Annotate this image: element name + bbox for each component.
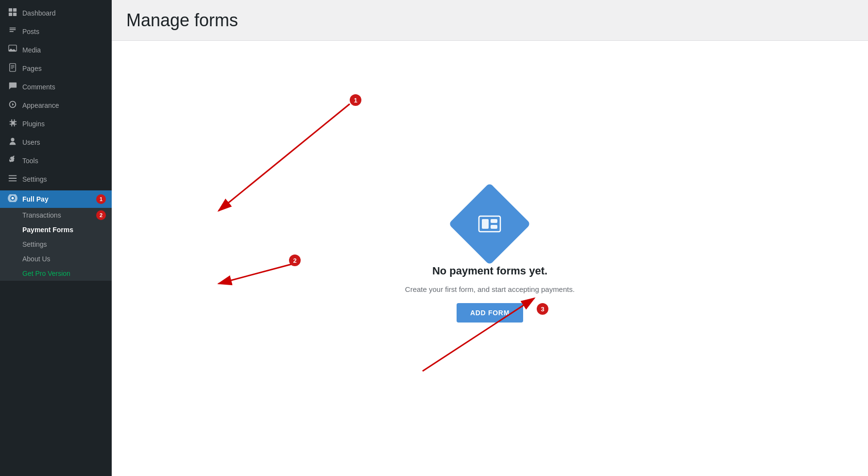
settings-icon (8, 174, 17, 185)
appearance-icon (8, 100, 17, 111)
svg-rect-3 (13, 13, 17, 16)
fullpay-submenu: Transactions 2 Payment Forms Settings Ab… (0, 208, 112, 281)
sidebar-item-fullpay[interactable]: Full Pay 1 (0, 190, 112, 208)
get-pro-label: Get Pro Version (22, 270, 70, 277)
pages-icon (8, 63, 17, 74)
sidebar-item-label: Posts (22, 28, 39, 35)
svg-point-6 (12, 197, 14, 200)
sidebar-item-label: Pages (22, 65, 42, 72)
sidebar-item-about-us[interactable]: About Us (0, 252, 112, 266)
svg-rect-5 (10, 64, 16, 71)
sidebar-item-pages[interactable]: Pages (0, 59, 112, 78)
sidebar-item-settings[interactable]: Settings (0, 170, 112, 188)
about-us-label: About Us (22, 255, 51, 263)
svg-line-13 (219, 264, 291, 284)
payment-forms-label: Payment Forms (22, 226, 73, 234)
sidebar-item-posts[interactable]: Posts (0, 22, 112, 41)
plugins-icon (8, 119, 17, 129)
empty-state-title: No payment forms yet. (432, 265, 547, 277)
fullpay-badge: 1 (96, 194, 106, 204)
sidebar-item-label: Settings (22, 175, 47, 183)
settings-sub-label: Settings (22, 240, 47, 248)
sidebar-item-plugins[interactable]: Plugins (0, 115, 112, 133)
svg-rect-10 (491, 225, 497, 229)
svg-rect-0 (9, 8, 12, 12)
comments-icon (8, 82, 17, 92)
add-form-button[interactable]: ADD FORM (457, 303, 523, 323)
dashboard-icon (8, 8, 17, 18)
empty-state: No payment forms yet. Create your first … (405, 195, 575, 323)
sidebar-item-payment-forms[interactable]: Payment Forms (0, 222, 112, 237)
svg-rect-2 (9, 13, 12, 16)
annotation-badge-1: 1 (350, 94, 361, 106)
svg-rect-9 (491, 219, 497, 223)
sidebar-item-label: Comments (22, 83, 55, 91)
sidebar-item-label: Plugins (22, 120, 45, 128)
empty-state-description: Create your first form, and start accept… (405, 285, 575, 293)
svg-rect-1 (13, 8, 17, 12)
sidebar-item-appearance[interactable]: Appearance (0, 96, 112, 115)
page-body: No payment forms yet. Create your first … (112, 41, 868, 476)
annotation-badge-2: 2 (289, 255, 301, 266)
tools-icon (8, 155, 17, 166)
svg-line-12 (219, 104, 350, 211)
fullpay-icon (8, 194, 17, 204)
sidebar-fullpay-label: Full Pay (22, 195, 49, 203)
page-title: Manage forms (126, 10, 853, 31)
forms-diamond-icon (449, 183, 531, 265)
sidebar-item-get-pro[interactable]: Get Pro Version (0, 266, 112, 281)
sidebar-nav: Dashboard Posts Media Pages Comments (0, 0, 112, 476)
posts-icon (8, 26, 17, 37)
sidebar-item-label: Tools (22, 157, 38, 165)
svg-rect-8 (482, 219, 489, 229)
sidebar-item-label: Media (22, 46, 41, 54)
sidebar: Dashboard Posts Media Pages Comments (0, 0, 112, 476)
transactions-badge: 2 (96, 210, 106, 220)
sidebar-item-comments[interactable]: Comments (0, 78, 112, 96)
sidebar-item-media[interactable]: Media (0, 41, 112, 59)
users-icon (8, 137, 17, 148)
main-content: Manage forms No payment forms yet. Creat… (112, 0, 868, 476)
sidebar-item-transactions[interactable]: Transactions 2 (0, 208, 112, 222)
transactions-label: Transactions (22, 211, 61, 219)
sidebar-item-label: Users (22, 138, 40, 146)
sidebar-item-tools[interactable]: Tools (0, 152, 112, 170)
sidebar-item-users[interactable]: Users (0, 133, 112, 152)
sidebar-item-label: Dashboard (22, 9, 56, 17)
media-icon (8, 45, 17, 55)
sidebar-item-label: Appearance (22, 102, 59, 109)
page-header: Manage forms (112, 0, 868, 41)
sidebar-item-settings-sub[interactable]: Settings (0, 237, 112, 252)
sidebar-item-dashboard[interactable]: Dashboard (0, 4, 112, 22)
